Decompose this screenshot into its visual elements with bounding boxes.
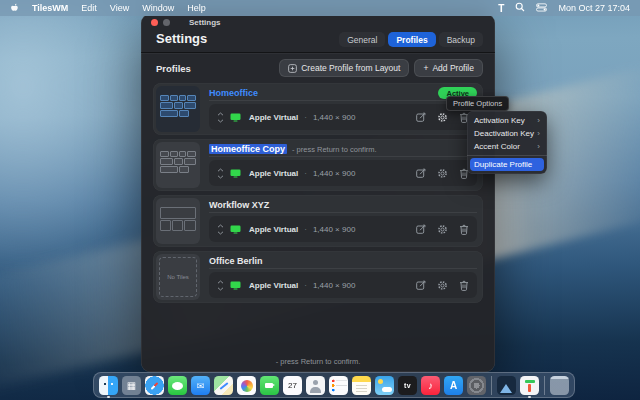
page-title: Settings xyxy=(156,31,207,46)
dock-launchpad-icon[interactable]: ▦ xyxy=(122,376,141,397)
create-profile-from-layout-label: Create Profile from Layout xyxy=(301,63,400,73)
control-center-icon[interactable] xyxy=(536,3,547,14)
tileswm-status-icon[interactable]: T xyxy=(498,3,504,14)
menubar-item-help[interactable]: Help xyxy=(187,3,206,13)
menu-separator xyxy=(467,155,547,156)
menu-item-label: Accent Color xyxy=(474,142,520,151)
profile-card-workflow-xyz[interactable]: Workflow XYZ Apple Virtual · 1,440 × 900 xyxy=(153,195,483,247)
separator-dot: · xyxy=(304,281,307,290)
rename-hint: - press Return to confirm. xyxy=(292,145,377,154)
create-profile-from-layout-button[interactable]: Create Profile from Layout xyxy=(279,59,409,77)
menubar-item-view[interactable]: View xyxy=(110,3,129,13)
chevron-down-icon xyxy=(217,175,224,179)
delete-profile-icon[interactable] xyxy=(459,280,469,291)
menu-item-activation-key[interactable]: Activation Key › xyxy=(467,114,547,127)
display-resolution: 1,440 × 900 xyxy=(313,113,355,122)
dock-weather-icon[interactable] xyxy=(375,376,394,397)
tab-general[interactable]: General xyxy=(339,32,385,47)
profile-options-gear-icon[interactable] xyxy=(437,280,448,291)
footer-hint: - press Return to confirm. xyxy=(141,357,495,366)
profile-card-homeoffice[interactable]: Homeoffice Active Apple Virtual · 1,440 … xyxy=(153,83,483,135)
card-divider xyxy=(209,100,477,101)
dock-appstore-icon[interactable]: A xyxy=(444,376,463,397)
edit-layout-icon[interactable] xyxy=(416,280,426,290)
spotlight-search-icon[interactable] xyxy=(515,2,525,14)
add-profile-button[interactable]: + Add Profile xyxy=(414,59,483,77)
dock-maps-icon[interactable] xyxy=(214,376,233,397)
plus-icon: + xyxy=(423,63,428,73)
menubar-app-name[interactable]: TilesWM xyxy=(32,3,68,13)
edit-layout-icon[interactable] xyxy=(416,224,426,234)
card-divider xyxy=(209,212,477,213)
dock-mail-icon[interactable]: ✉ xyxy=(191,376,210,397)
menu-item-duplicate-profile[interactable]: Duplicate Profile xyxy=(470,158,544,171)
dock-notes-icon[interactable] xyxy=(352,376,371,397)
window-titlebar[interactable]: Settings xyxy=(141,14,495,30)
dock-trash-icon[interactable] xyxy=(550,376,569,397)
dock-tv-icon[interactable]: tv xyxy=(398,376,417,397)
dock-safari-icon[interactable] xyxy=(145,376,164,397)
profile-options-gear-icon[interactable] xyxy=(437,112,448,123)
menubar-clock[interactable]: Mon Oct 27 17:04 xyxy=(558,3,630,13)
profile-thumbnail: No Tiles xyxy=(156,254,200,300)
tab-profiles[interactable]: Profiles xyxy=(388,32,435,47)
menu-item-label: Deactivation Key xyxy=(474,129,534,138)
edit-layout-icon[interactable] xyxy=(416,112,426,122)
profile-options-tooltip: Profile Options xyxy=(446,96,509,111)
reorder-stepper[interactable] xyxy=(217,168,224,179)
submenu-arrow-icon: › xyxy=(537,116,540,125)
settings-window: Settings Settings General Profiles Backu… xyxy=(141,14,495,372)
profile-name[interactable]: Workflow XYZ xyxy=(209,200,269,210)
edit-layout-icon[interactable] xyxy=(416,168,426,178)
profile-options-menu: Activation Key › Deactivation Key › Acce… xyxy=(467,111,547,174)
chevron-up-icon xyxy=(217,112,224,116)
dock-music-icon[interactable]: ♪ xyxy=(421,376,440,397)
profile-card-homeoffice-copy[interactable]: Homeoffice Copy - press Return to confir… xyxy=(153,139,483,191)
running-indicator xyxy=(528,396,531,399)
menu-item-label: Activation Key xyxy=(474,116,525,125)
tab-backup[interactable]: Backup xyxy=(439,32,483,47)
profile-thumbnail xyxy=(156,86,200,132)
settings-tabs: General Profiles Backup xyxy=(339,32,483,47)
dock-finder-icon[interactable] xyxy=(99,376,118,397)
reorder-stepper[interactable] xyxy=(217,112,224,123)
window-title: Settings xyxy=(189,18,221,27)
apple-menu-icon[interactable] xyxy=(10,3,19,13)
dock-tileswm-icon[interactable] xyxy=(520,376,539,397)
dock-contacts-icon[interactable] xyxy=(306,376,325,397)
delete-profile-icon[interactable] xyxy=(459,224,469,235)
display-icon xyxy=(230,225,241,234)
profile-options-gear-icon[interactable] xyxy=(437,168,448,179)
dock-calendar-icon[interactable]: 27 xyxy=(283,376,302,397)
menubar-item-edit[interactable]: Edit xyxy=(81,3,97,13)
minimize-button[interactable] xyxy=(163,19,170,26)
reorder-stepper[interactable] xyxy=(217,280,224,291)
menu-item-deactivation-key[interactable]: Deactivation Key › xyxy=(467,127,547,140)
submenu-arrow-icon: › xyxy=(537,129,540,138)
dock-settings-icon[interactable] xyxy=(467,376,486,397)
profile-list: Homeoffice Active Apple Virtual · 1,440 … xyxy=(153,83,483,307)
close-button[interactable] xyxy=(151,19,158,26)
reorder-stepper[interactable] xyxy=(217,224,224,235)
dock-files-icon[interactable] xyxy=(497,376,516,397)
profile-name-editing[interactable]: Homeoffice Copy xyxy=(209,144,287,154)
dock-messages-icon[interactable] xyxy=(168,376,187,397)
display-name: Apple Virtual xyxy=(249,225,298,234)
profile-options-gear-icon[interactable] xyxy=(437,224,448,235)
chevron-up-icon xyxy=(217,280,224,284)
separator-dot: · xyxy=(304,169,307,178)
chevron-up-icon xyxy=(217,168,224,172)
menubar-item-window[interactable]: Window xyxy=(142,3,174,13)
selected-text: Homeoffice Copy xyxy=(209,144,287,154)
chevron-down-icon xyxy=(217,287,224,291)
profile-name[interactable]: Office Berlin xyxy=(209,256,263,266)
dock-photos-icon[interactable] xyxy=(237,376,256,397)
dock-reminders-icon[interactable] xyxy=(329,376,348,397)
dock-divider xyxy=(491,376,492,395)
dock-facetime-icon[interactable] xyxy=(260,376,279,397)
profile-name-link[interactable]: Homeoffice xyxy=(209,88,258,98)
profile-thumbnail xyxy=(156,142,200,188)
menu-item-accent-color[interactable]: Accent Color › xyxy=(467,140,547,153)
running-indicator xyxy=(107,396,110,399)
profile-card-office-berlin[interactable]: No Tiles Office Berlin Apple Virtual · 1… xyxy=(153,251,483,303)
